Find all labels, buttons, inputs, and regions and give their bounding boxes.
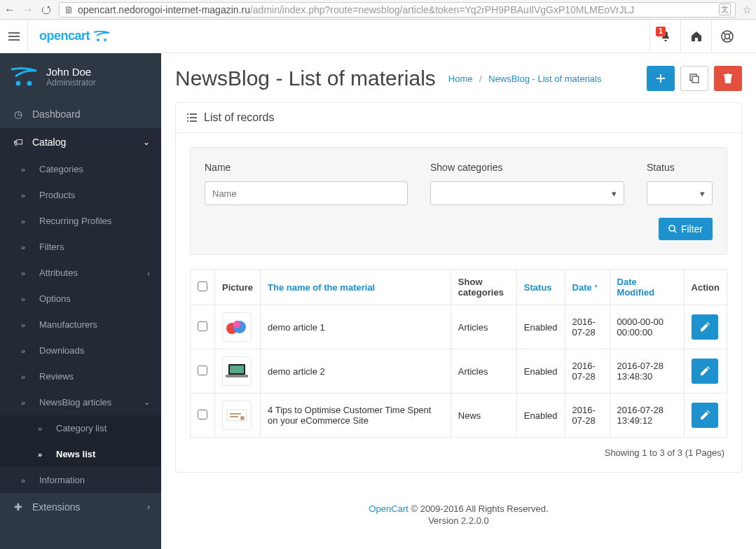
edit-button[interactable] [692, 314, 718, 340]
arrow-icon: » [21, 398, 32, 407]
notifications-button[interactable]: 1 [650, 20, 680, 53]
forward-button[interactable]: → [22, 4, 34, 16]
cart-icon [8, 67, 39, 88]
svg-point-1 [104, 39, 106, 41]
breadcrumb: Home / NewsBlog - List of materials [448, 74, 602, 84]
home-icon [691, 31, 702, 42]
sidebar-sub-options[interactable]: »Options [0, 286, 161, 312]
sidebar-sub-manufacturers[interactable]: »Manufacturers [0, 312, 161, 338]
th-date[interactable]: Date ˄ [572, 282, 598, 293]
row-checkbox[interactable] [198, 321, 207, 331]
puzzle-icon: ✚ [11, 501, 25, 513]
chevron-down-icon: ▾ [612, 188, 617, 199]
sidebar-sub-newsblog[interactable]: »NewsBlog articles⌄ [0, 389, 161, 415]
delete-button[interactable] [714, 66, 742, 91]
sidebar-item-extensions[interactable]: ✚Extensions› [0, 493, 161, 521]
translate-icon[interactable]: 文 [719, 4, 731, 15]
row-name: demo article 1 [261, 305, 451, 349]
filter-button[interactable]: Filter [659, 218, 713, 240]
arrow-icon: » [21, 165, 32, 174]
sidebar: John Doe Administrator ◷Dashboard 🏷Catal… [0, 53, 161, 549]
footer-link[interactable]: OpenCart [369, 503, 408, 514]
copy-button[interactable] [680, 66, 708, 91]
page-header: NewsBlog - List of materials Home / News… [161, 53, 756, 102]
th-picture: Picture [215, 270, 261, 305]
sidebar-toggle[interactable] [0, 20, 28, 53]
filter-button-label: Filter [681, 223, 703, 235]
svg-point-4 [16, 81, 21, 85]
sidebar-sub-category-list[interactable]: »Category list [0, 415, 161, 441]
sidebar-sub-products[interactable]: »Products [0, 182, 161, 208]
sidebar-sub-recurring[interactable]: »Recurring Profiles [0, 208, 161, 234]
arrow-icon: » [21, 373, 32, 381]
panel-header: List of records [176, 103, 741, 133]
arrow-icon: » [21, 243, 32, 251]
row-thumbnail [222, 312, 252, 342]
reload-button[interactable]: ⭯ [41, 4, 52, 16]
sidebar-sub-reviews[interactable]: »Reviews [0, 363, 161, 389]
select-all-checkbox[interactable] [198, 282, 207, 291]
sidebar-sub-downloads[interactable]: »Downloads [0, 338, 161, 363]
sidebar-sub-attributes[interactable]: »Attributes› [0, 260, 161, 286]
filter-status-select[interactable]: ▾ [647, 181, 713, 205]
help-button[interactable] [711, 20, 742, 53]
filter-category-select[interactable]: ▾ [430, 181, 624, 205]
user-block: John Doe Administrator [0, 53, 161, 100]
filter-category-group: Show categories ▾ [430, 162, 624, 205]
breadcrumb-home[interactable]: Home [448, 74, 473, 84]
user-role: Administrator [46, 78, 96, 88]
footer-copy: © 2009-2016 All Rights Reserved. [408, 503, 549, 514]
chevron-down-icon: ⌄ [143, 137, 150, 147]
sidebar-item-catalog[interactable]: 🏷Catalog⌄ [0, 128, 161, 156]
svg-rect-14 [226, 375, 248, 377]
th-action: Action [684, 270, 727, 305]
row-checkbox[interactable] [198, 366, 207, 375]
sidebar-sub-news-list[interactable]: »News list [0, 441, 161, 467]
filter-name-label: Name [205, 162, 408, 173]
list-panel: List of records Name Show categories ▾ [175, 102, 742, 473]
arrow-icon: » [21, 295, 32, 303]
th-modified[interactable]: Date Modified [617, 277, 654, 298]
th-name[interactable]: The name of the material [268, 282, 375, 293]
filter-name-input[interactable] [205, 181, 408, 205]
home-button[interactable] [680, 20, 711, 53]
row-date: 2016-07-28 [565, 394, 610, 438]
table-row: demo article 2ArticlesEnabled2016-07-282… [191, 349, 727, 394]
arrow-icon: » [21, 347, 32, 355]
row-checkbox[interactable] [198, 410, 207, 419]
sidebar-label: Category list [56, 423, 106, 433]
pencil-icon [700, 366, 710, 376]
row-modified: 0000-00-00 00:00:00 [610, 305, 684, 349]
th-status[interactable]: Status [524, 282, 552, 293]
plus-icon [657, 74, 665, 83]
sidebar-label: News list [56, 449, 95, 459]
sidebar-label: Reviews [39, 371, 74, 382]
bookmark-icon[interactable]: ☆ [743, 4, 752, 15]
back-button[interactable]: ← [4, 4, 15, 16]
sidebar-sub-categories[interactable]: »Categories [0, 156, 161, 182]
logo[interactable]: opencart [28, 29, 122, 43]
th-date-label: Date [572, 282, 592, 293]
th-category: Show categories [451, 270, 516, 305]
svg-point-11 [233, 321, 240, 328]
row-thumbnail [222, 401, 252, 430]
sort-asc-icon: ˄ [594, 284, 598, 292]
sidebar-label: Extensions [32, 501, 80, 513]
row-category: Articles [451, 305, 516, 349]
sidebar-label: Filters [39, 242, 64, 252]
filter-category-label: Show categories [430, 162, 624, 173]
sidebar-sub-filters[interactable]: »Filters [0, 234, 161, 260]
sidebar-label: Catalog [32, 137, 66, 148]
sidebar-label: NewsBlog articles [39, 397, 111, 408]
svg-point-5 [27, 81, 32, 85]
sidebar-item-dashboard[interactable]: ◷Dashboard [0, 100, 161, 128]
breadcrumb-current[interactable]: NewsBlog - List of materials [488, 74, 601, 84]
add-button[interactable] [647, 66, 675, 91]
url-bar[interactable]: 🗎 opencart.nedorogoi-internet-magazin.ru… [59, 2, 736, 18]
search-icon [668, 225, 677, 233]
pencil-icon [700, 410, 710, 420]
arrow-icon: » [21, 191, 32, 200]
edit-button[interactable] [692, 403, 718, 428]
edit-button[interactable] [692, 359, 718, 384]
sidebar-sub-information[interactable]: »Information [0, 467, 161, 493]
